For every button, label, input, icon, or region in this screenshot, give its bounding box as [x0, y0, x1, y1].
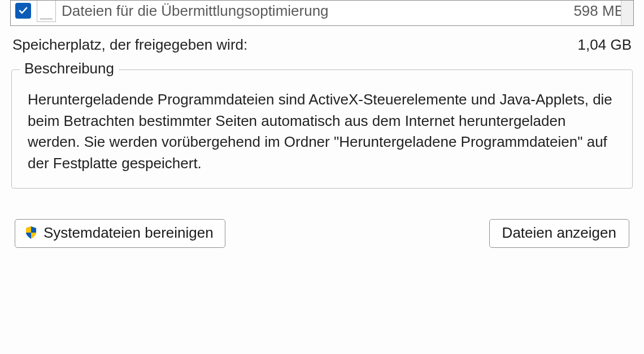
- description-title: Beschreibung: [20, 60, 119, 77]
- check-icon: [18, 6, 28, 16]
- button-row: Systemdateien bereinigen Dateien anzeige…: [10, 219, 634, 248]
- freed-space-summary: Speicherplatz, der freigegeben wird: 1,0…: [12, 36, 632, 54]
- freed-space-label: Speicherplatz, der freigegeben wird:: [12, 36, 578, 54]
- file-row-checkbox[interactable]: [15, 3, 31, 19]
- uac-shield-icon: [23, 225, 39, 241]
- clean-system-files-label: Systemdateien bereinigen: [43, 224, 214, 242]
- disk-cleanup-panel: Dateien für die Übermittlungsoptimierung…: [0, 0, 644, 258]
- view-files-button[interactable]: Dateien anzeigen: [489, 219, 629, 248]
- freed-space-value: 1,04 GB: [578, 36, 632, 54]
- file-row-name: Dateien für die Übermittlungsoptimierung: [62, 2, 568, 20]
- file-list-scrollbar[interactable]: [621, 1, 633, 25]
- file-list: Dateien für die Übermittlungsoptimierung…: [10, 0, 634, 26]
- file-type-icon: [37, 0, 56, 22]
- view-files-label: Dateien anzeigen: [502, 224, 616, 242]
- description-text: Heruntergeladende Programmdateien sind A…: [28, 89, 617, 174]
- file-list-row[interactable]: Dateien für die Übermittlungsoptimierung…: [11, 0, 633, 25]
- clean-system-files-button[interactable]: Systemdateien bereinigen: [15, 219, 225, 248]
- description-groupbox: Beschreibung Heruntergeladende Programmd…: [11, 69, 633, 189]
